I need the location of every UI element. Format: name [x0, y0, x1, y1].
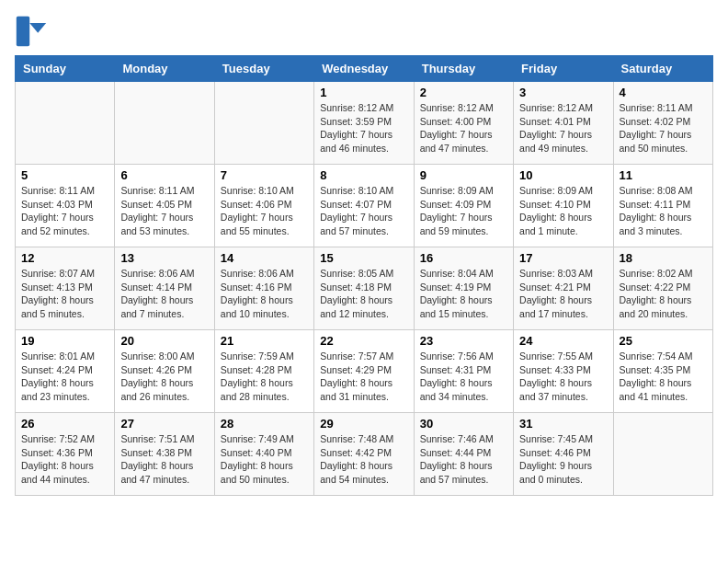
week-row-3: 12Sunrise: 8:07 AM Sunset: 4:13 PM Dayli…: [16, 247, 713, 330]
day-cell: 13Sunrise: 8:06 AM Sunset: 4:14 PM Dayli…: [115, 247, 214, 330]
day-info: Sunrise: 7:56 AM Sunset: 4:31 PM Dayligh…: [420, 350, 507, 404]
day-info: Sunrise: 8:06 AM Sunset: 4:14 PM Dayligh…: [120, 267, 208, 321]
day-cell: 19Sunrise: 8:01 AM Sunset: 4:24 PM Dayli…: [16, 330, 115, 413]
day-info: Sunrise: 7:55 AM Sunset: 4:33 PM Dayligh…: [519, 350, 607, 404]
day-number: 22: [320, 334, 407, 348]
day-number: 25: [620, 334, 707, 348]
day-number: 30: [420, 417, 507, 431]
day-cell: 16Sunrise: 8:04 AM Sunset: 4:19 PM Dayli…: [414, 247, 513, 330]
day-number: 29: [320, 417, 407, 431]
day-cell: 1Sunrise: 8:12 AM Sunset: 3:59 PM Daylig…: [314, 82, 414, 165]
day-number: 31: [519, 417, 607, 431]
day-number: 4: [620, 86, 707, 99]
day-info: Sunrise: 8:10 AM Sunset: 4:06 PM Dayligh…: [221, 184, 308, 238]
day-cell: 21Sunrise: 7:59 AM Sunset: 4:28 PM Dayli…: [214, 330, 313, 413]
week-row-4: 19Sunrise: 8:01 AM Sunset: 4:24 PM Dayli…: [16, 330, 713, 413]
day-cell: 24Sunrise: 7:55 AM Sunset: 4:33 PM Dayli…: [514, 330, 613, 413]
day-info: Sunrise: 8:07 AM Sunset: 4:13 PM Dayligh…: [21, 267, 108, 321]
day-info: Sunrise: 8:05 AM Sunset: 4:18 PM Dayligh…: [320, 267, 407, 321]
day-info: Sunrise: 8:00 AM Sunset: 4:26 PM Dayligh…: [120, 350, 208, 404]
day-number: 23: [420, 334, 507, 348]
day-number: 10: [519, 168, 607, 182]
svg-rect-0: [17, 17, 29, 46]
week-row-1: 1Sunrise: 8:12 AM Sunset: 3:59 PM Daylig…: [16, 82, 713, 165]
day-info: Sunrise: 7:57 AM Sunset: 4:29 PM Dayligh…: [320, 350, 407, 404]
day-info: Sunrise: 7:52 AM Sunset: 4:36 PM Dayligh…: [21, 432, 108, 487]
day-info: Sunrise: 8:09 AM Sunset: 4:09 PM Dayligh…: [420, 184, 507, 238]
day-cell: 26Sunrise: 7:52 AM Sunset: 4:36 PM Dayli…: [16, 413, 115, 496]
day-info: Sunrise: 8:11 AM Sunset: 4:03 PM Dayligh…: [21, 184, 108, 238]
day-number: 9: [420, 168, 507, 182]
day-info: Sunrise: 7:49 AM Sunset: 4:40 PM Dayligh…: [221, 432, 308, 487]
day-cell: [115, 82, 214, 165]
svg-marker-1: [29, 23, 46, 33]
day-cell: [613, 413, 712, 496]
day-cell: [16, 82, 115, 165]
day-number: 24: [519, 334, 607, 348]
logo: [15, 15, 51, 48]
column-header-tuesday: Tuesday: [214, 56, 313, 82]
day-cell: 2Sunrise: 8:12 AM Sunset: 4:00 PM Daylig…: [414, 82, 513, 165]
day-cell: 4Sunrise: 8:11 AM Sunset: 4:02 PM Daylig…: [613, 82, 712, 165]
day-number: 3: [519, 86, 607, 99]
day-cell: 29Sunrise: 7:48 AM Sunset: 4:42 PM Dayli…: [314, 413, 414, 496]
day-cell: 31Sunrise: 7:45 AM Sunset: 4:46 PM Dayli…: [514, 413, 613, 496]
day-info: Sunrise: 7:48 AM Sunset: 4:42 PM Dayligh…: [320, 432, 407, 487]
day-cell: 15Sunrise: 8:05 AM Sunset: 4:18 PM Dayli…: [314, 247, 414, 330]
day-number: 8: [320, 168, 407, 182]
day-number: 5: [21, 168, 108, 182]
day-info: Sunrise: 7:54 AM Sunset: 4:35 PM Dayligh…: [620, 350, 707, 404]
day-info: Sunrise: 8:03 AM Sunset: 4:21 PM Dayligh…: [519, 267, 607, 321]
day-number: 21: [221, 334, 308, 348]
day-number: 13: [120, 251, 208, 265]
day-info: Sunrise: 8:09 AM Sunset: 4:10 PM Dayligh…: [519, 184, 607, 238]
day-info: Sunrise: 8:10 AM Sunset: 4:07 PM Dayligh…: [320, 184, 407, 238]
day-number: 28: [221, 417, 308, 431]
day-number: 6: [120, 168, 208, 182]
day-number: 1: [320, 86, 407, 99]
day-cell: 14Sunrise: 8:06 AM Sunset: 4:16 PM Dayli…: [214, 247, 313, 330]
day-info: Sunrise: 8:12 AM Sunset: 3:59 PM Dayligh…: [320, 101, 407, 155]
day-number: 14: [221, 251, 308, 265]
day-cell: 17Sunrise: 8:03 AM Sunset: 4:21 PM Dayli…: [514, 247, 613, 330]
day-cell: 7Sunrise: 8:10 AM Sunset: 4:06 PM Daylig…: [214, 165, 313, 247]
day-info: Sunrise: 7:45 AM Sunset: 4:46 PM Dayligh…: [519, 432, 607, 487]
day-info: Sunrise: 7:59 AM Sunset: 4:28 PM Dayligh…: [221, 350, 308, 404]
column-header-sunday: Sunday: [16, 56, 115, 82]
day-cell: 11Sunrise: 8:08 AM Sunset: 4:11 PM Dayli…: [613, 165, 712, 247]
day-number: 7: [221, 168, 308, 182]
day-cell: 9Sunrise: 8:09 AM Sunset: 4:09 PM Daylig…: [414, 165, 513, 247]
week-row-2: 5Sunrise: 8:11 AM Sunset: 4:03 PM Daylig…: [16, 165, 713, 247]
day-info: Sunrise: 7:51 AM Sunset: 4:38 PM Dayligh…: [120, 432, 208, 487]
column-header-wednesday: Wednesday: [314, 56, 414, 82]
day-cell: 25Sunrise: 7:54 AM Sunset: 4:35 PM Dayli…: [613, 330, 712, 413]
calendar-table: SundayMondayTuesdayWednesdayThursdayFrid…: [15, 55, 713, 496]
day-cell: 30Sunrise: 7:46 AM Sunset: 4:44 PM Dayli…: [414, 413, 513, 496]
day-cell: 8Sunrise: 8:10 AM Sunset: 4:07 PM Daylig…: [314, 165, 414, 247]
day-number: 20: [120, 334, 208, 348]
day-cell: 22Sunrise: 7:57 AM Sunset: 4:29 PM Dayli…: [314, 330, 414, 413]
header-row: SundayMondayTuesdayWednesdayThursdayFrid…: [16, 56, 713, 82]
day-number: 19: [21, 334, 108, 348]
day-cell: 20Sunrise: 8:00 AM Sunset: 4:26 PM Dayli…: [115, 330, 214, 413]
day-info: Sunrise: 8:04 AM Sunset: 4:19 PM Dayligh…: [420, 267, 507, 321]
day-number: 27: [120, 417, 208, 431]
column-header-friday: Friday: [514, 56, 613, 82]
day-cell: [214, 82, 313, 165]
day-info: Sunrise: 8:02 AM Sunset: 4:22 PM Dayligh…: [620, 267, 707, 321]
day-cell: 27Sunrise: 7:51 AM Sunset: 4:38 PM Dayli…: [115, 413, 214, 496]
day-cell: 28Sunrise: 7:49 AM Sunset: 4:40 PM Dayli…: [214, 413, 313, 496]
day-info: Sunrise: 8:01 AM Sunset: 4:24 PM Dayligh…: [21, 350, 108, 404]
column-header-monday: Monday: [115, 56, 214, 82]
week-row-5: 26Sunrise: 7:52 AM Sunset: 4:36 PM Dayli…: [16, 413, 713, 496]
day-cell: 5Sunrise: 8:11 AM Sunset: 4:03 PM Daylig…: [16, 165, 115, 247]
logo-icon: [15, 15, 48, 48]
day-info: Sunrise: 8:11 AM Sunset: 4:02 PM Dayligh…: [620, 101, 707, 155]
day-cell: 6Sunrise: 8:11 AM Sunset: 4:05 PM Daylig…: [115, 165, 214, 247]
day-cell: 12Sunrise: 8:07 AM Sunset: 4:13 PM Dayli…: [16, 247, 115, 330]
day-info: Sunrise: 8:06 AM Sunset: 4:16 PM Dayligh…: [221, 267, 308, 321]
day-cell: 23Sunrise: 7:56 AM Sunset: 4:31 PM Dayli…: [414, 330, 513, 413]
day-number: 11: [620, 168, 707, 182]
day-cell: 18Sunrise: 8:02 AM Sunset: 4:22 PM Dayli…: [613, 247, 712, 330]
column-header-thursday: Thursday: [414, 56, 513, 82]
